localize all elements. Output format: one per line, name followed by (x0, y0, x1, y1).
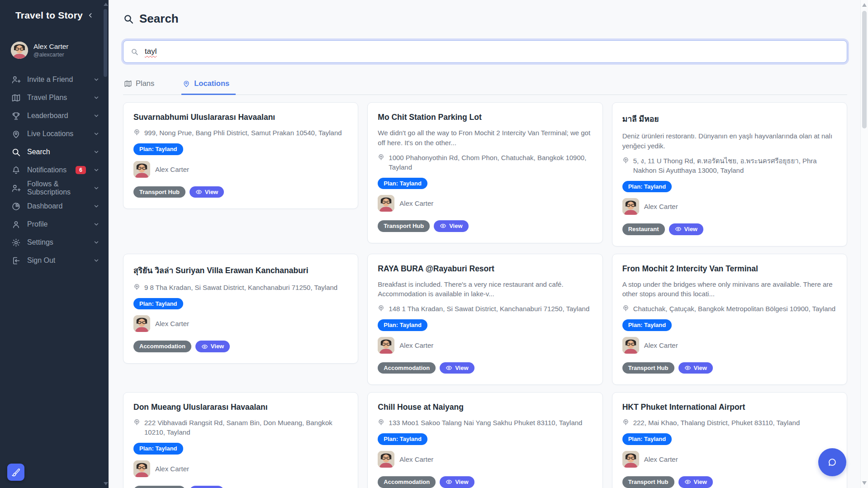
category-badge: Transport Hub (378, 220, 430, 232)
geo-pin-icon (622, 419, 630, 427)
sidebar-item-settings[interactable]: Settings (11, 233, 102, 251)
sidebar-item-dashboard[interactable]: Dashboard (11, 197, 102, 215)
notification-count-badge: 6 (76, 166, 86, 174)
trophy-icon (11, 111, 21, 121)
sidebar-item-label: Dashboard (27, 202, 62, 210)
eye-icon (684, 365, 691, 371)
location-card[interactable]: HKT Phuket International Airport 222, Ma… (612, 392, 847, 488)
map-icon (11, 93, 21, 103)
location-card[interactable]: Chill House at Naiyang 133 Moo1 Sakoo Ta… (367, 392, 602, 488)
search-icon (131, 48, 138, 56)
search-input[interactable]: tayl (123, 40, 847, 63)
person-icon (11, 219, 21, 229)
sidebar-item-invite-a-friend[interactable]: Invite a Friend (11, 71, 102, 89)
location-title: Suvarnabhumi Uluslararası Havaalanı (133, 113, 348, 122)
location-card[interactable]: Suvarnabhumi Uluslararası Havaalanı 999,… (123, 102, 358, 209)
sidebar-scrollbar-thumb[interactable] (104, 9, 107, 77)
chevron-down-icon (93, 131, 100, 137)
avatar (622, 198, 639, 215)
location-title: Mo Chit Station Parking Lot (378, 113, 592, 122)
location-address: 148 1 Tha Kradan, Si Sawat District, Kan… (389, 304, 589, 313)
location-card[interactable]: มาลี มีหอย Deniz ürünleri restorantı. Dü… (612, 102, 847, 246)
location-card[interactable]: Fron Mochit 2 Intercity Van Terminal A s… (612, 254, 847, 385)
scroll-up-arrow[interactable] (104, 3, 108, 6)
page-scrollbar-thumb[interactable] (862, 11, 867, 128)
location-description: Deniz ürünleri restorantı. Dünyanın en y… (622, 131, 837, 151)
location-title: RAYA BURA @Rayaburi Resort (378, 264, 592, 274)
geo-pin-icon (378, 305, 385, 313)
plan-badge: Plan: Tayland (622, 319, 672, 331)
avatar (11, 42, 28, 59)
location-title: Chill House at Naiyang (378, 403, 592, 412)
location-card[interactable]: สุริยัน วิลล่า Suriyan Villa Erawan Kanc… (123, 254, 358, 364)
scroll-up-arrow[interactable] (862, 3, 867, 7)
sidebar-item-search[interactable]: Search (11, 143, 102, 161)
avatar (378, 451, 394, 468)
eye-icon (675, 226, 682, 232)
sidebar-item-label: Leaderboard (27, 112, 68, 120)
map-icon (124, 80, 132, 88)
location-card[interactable]: Mo Chit Station Parking Lot We didn't go… (367, 102, 602, 243)
geo-pin-icon (378, 419, 385, 427)
chevron-down-icon (93, 76, 100, 83)
view-button[interactable]: View (678, 476, 713, 488)
category-badge: Accommodation (378, 362, 436, 374)
view-button[interactable]: View (440, 362, 474, 374)
plan-badge: Plan: Tayland (622, 181, 672, 193)
brush-icon (11, 468, 20, 477)
sidebar-item-follows-subscriptions[interactable]: Follows & Subscriptions (11, 179, 102, 197)
sidebar-item-leaderboard[interactable]: Leaderboard (11, 107, 102, 125)
view-button[interactable]: View (190, 486, 224, 488)
location-title: Don Mueang Uluslararası Havaalanı (133, 403, 348, 412)
chat-fab-button[interactable] (818, 448, 846, 476)
avatar (133, 161, 150, 178)
view-button[interactable]: View (190, 186, 224, 198)
scroll-down-arrow[interactable] (104, 482, 108, 485)
sidebar-item-travel-plans[interactable]: Travel Plans (11, 89, 102, 107)
chevron-down-icon (93, 203, 100, 209)
location-description: Breakfast is included. There's a very ni… (378, 280, 592, 299)
collapse-sidebar-icon[interactable] (87, 12, 94, 19)
plan-badge: Plan: Tayland (622, 433, 672, 445)
sidebar-item-label: Invite a Friend (27, 76, 73, 84)
view-button[interactable]: View (678, 362, 713, 374)
avatar (378, 337, 394, 354)
chevron-down-icon (93, 149, 100, 155)
sidebar-item-live-locations[interactable]: Live Locations (11, 125, 102, 143)
page-scrollbar[interactable] (860, 0, 868, 488)
location-card[interactable]: RAYA BURA @Rayaburi Resort Breakfast is … (367, 254, 602, 385)
tab-plans[interactable]: Plans (123, 78, 161, 95)
person-plus-icon (11, 75, 21, 85)
search-input-value: tayl (145, 47, 157, 56)
card-user-name: Alex Carter (644, 455, 678, 463)
sidebar-item-profile[interactable]: Profile (11, 215, 102, 233)
plan-badge: Plan: Tayland (378, 433, 427, 445)
location-address: 9 8 Tha Kradan, Si Sawat District, Kanch… (144, 283, 337, 292)
tab-locations[interactable]: Locations (181, 78, 236, 95)
theme-brush-button[interactable] (7, 464, 24, 481)
view-button[interactable]: View (195, 341, 230, 352)
location-title: สุริยัน วิลล่า Suriyan Villa Erawan Kanc… (133, 264, 348, 277)
sidebar-item-label: Follows & Subscriptions (27, 180, 87, 196)
category-badge: Accommodation (133, 341, 191, 352)
chevron-down-icon (93, 167, 100, 173)
location-card[interactable]: Don Mueang Uluslararası Havaalanı 222 Vi… (123, 392, 358, 488)
sidebar-user[interactable]: Alex Carter @alexcarter (11, 42, 102, 59)
view-button[interactable]: View (434, 220, 468, 232)
scroll-down-arrow[interactable] (862, 481, 867, 485)
location-address-row: 133 Moo1 Sakoo Talang Nai Yang Sakhu Phu… (378, 418, 592, 427)
view-button[interactable]: View (440, 476, 474, 488)
geo-pin-icon (378, 154, 385, 172)
pin-icon (182, 80, 190, 88)
sidebar-item-notifications[interactable]: Notifications 6 (11, 161, 102, 179)
avatar (378, 195, 394, 212)
view-button[interactable]: View (669, 223, 703, 235)
geo-pin-icon (622, 157, 630, 175)
sidebar-item-sign-out[interactable]: Sign Out (11, 251, 102, 270)
category-badge: Accommodation (378, 476, 436, 488)
sidebar-scrollbar[interactable] (102, 0, 109, 488)
category-badge: Transport Hub (133, 486, 185, 488)
eye-icon (446, 365, 452, 371)
plan-badge: Plan: Tayland (133, 143, 183, 155)
location-address: Chatuchak, Çatuçak, Bangkok Metropolitan… (633, 304, 836, 313)
